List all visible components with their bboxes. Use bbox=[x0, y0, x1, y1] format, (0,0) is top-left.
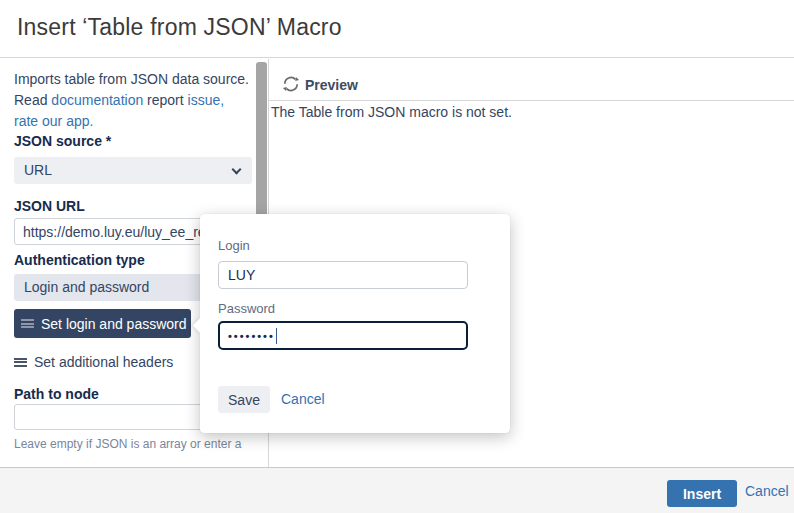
save-button[interactable]: Save bbox=[218, 386, 270, 413]
dialog-title: Insert ‘Table from JSON’ Macro bbox=[17, 14, 342, 41]
chevron-down-icon bbox=[232, 165, 242, 175]
json-source-selected-value: URL bbox=[24, 162, 52, 178]
login-password-popup: Login Password •••••••• Save Cancel bbox=[200, 214, 510, 433]
password-input[interactable]: •••••••• bbox=[218, 321, 468, 350]
password-label: Password bbox=[218, 301, 275, 316]
sidebar-scrollbar-thumb[interactable] bbox=[256, 62, 267, 218]
preview-title: Preview bbox=[305, 77, 358, 93]
login-input[interactable] bbox=[218, 261, 468, 289]
rate-app-link[interactable]: rate our app. bbox=[14, 113, 93, 129]
hamburger-icon bbox=[21, 319, 34, 328]
hamburger-icon bbox=[14, 358, 27, 367]
documentation-link[interactable]: documentation bbox=[51, 92, 143, 108]
json-url-label: JSON URL bbox=[14, 198, 85, 214]
popup-arrow bbox=[193, 318, 209, 334]
path-to-node-label: Path to node bbox=[14, 386, 99, 402]
set-additional-headers-label: Set additional headers bbox=[34, 354, 173, 370]
password-masked-value: •••••••• bbox=[228, 330, 275, 342]
dialog-cancel-link[interactable]: Cancel bbox=[745, 483, 789, 499]
dialog-header: Insert ‘Table from JSON’ Macro bbox=[0, 0, 794, 58]
refresh-preview-icon[interactable] bbox=[281, 74, 301, 94]
json-source-label: JSON source * bbox=[14, 133, 111, 149]
set-login-password-button[interactable]: Set login and password bbox=[14, 309, 191, 338]
auth-type-selected-value: Login and password bbox=[24, 279, 149, 295]
insert-button[interactable]: Insert bbox=[667, 480, 737, 507]
set-additional-headers-button[interactable]: Set additional headers bbox=[14, 354, 173, 370]
preview-header-divider bbox=[269, 100, 794, 101]
macro-description: Imports table from JSON data source. Rea… bbox=[14, 69, 252, 132]
text-cursor bbox=[276, 328, 277, 344]
path-to-node-help: Leave empty if JSON is an array or enter… bbox=[14, 437, 254, 451]
login-label: Login bbox=[218, 238, 250, 253]
popup-cancel-link[interactable]: Cancel bbox=[281, 391, 325, 407]
set-login-password-label: Set login and password bbox=[41, 316, 187, 332]
json-source-select[interactable]: URL bbox=[14, 157, 252, 184]
preview-message: The Table from JSON macro is not set. bbox=[271, 104, 781, 120]
auth-type-label: Authentication type bbox=[14, 252, 145, 268]
description-text: report bbox=[143, 92, 187, 108]
report-issue-link[interactable]: issue, bbox=[188, 92, 225, 108]
